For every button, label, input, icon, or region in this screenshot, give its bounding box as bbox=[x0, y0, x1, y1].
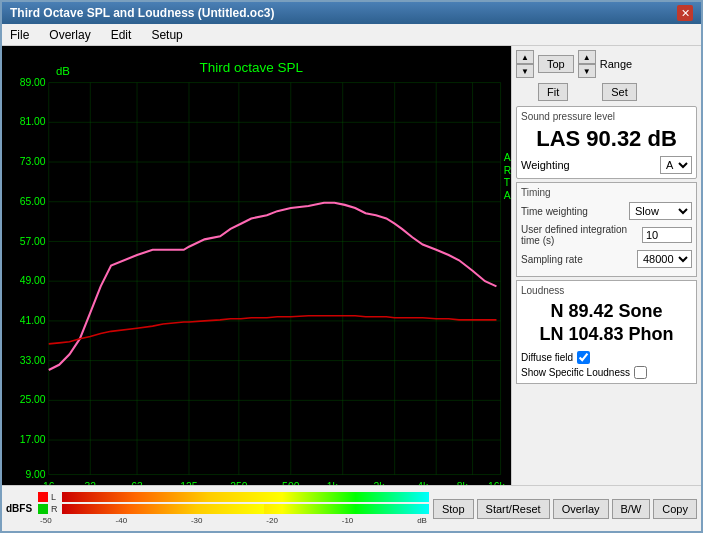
svg-text:63: 63 bbox=[131, 481, 143, 485]
svg-text:500: 500 bbox=[282, 481, 300, 485]
svg-text:dB: dB bbox=[56, 65, 70, 77]
set-button[interactable]: Set bbox=[602, 83, 637, 101]
menu-file[interactable]: File bbox=[6, 26, 33, 44]
integration-label: User defined integration time (s) bbox=[521, 224, 642, 246]
time-weighting-select[interactable]: Fast Slow Impulse bbox=[629, 202, 692, 220]
spl-title: Sound pressure level bbox=[521, 111, 692, 122]
left-meter-bar bbox=[62, 492, 429, 502]
svg-text:16k: 16k bbox=[488, 481, 506, 485]
menu-edit[interactable]: Edit bbox=[107, 26, 136, 44]
top-button[interactable]: Top bbox=[538, 55, 574, 73]
top-arrows: ▲ ▼ bbox=[516, 50, 534, 78]
svg-text:2k: 2k bbox=[374, 481, 386, 485]
loudness-section: Loudness N 89.42 Sone LN 104.83 Phon Dif… bbox=[516, 280, 697, 384]
svg-text:73.00: 73.00 bbox=[20, 156, 46, 167]
top-controls: ▲ ▼ Top ▲ ▼ Range bbox=[516, 50, 697, 78]
right-meter-bar bbox=[62, 504, 429, 514]
menu-overlay[interactable]: Overlay bbox=[45, 26, 94, 44]
weighting-label: Weighting bbox=[521, 159, 570, 171]
time-weighting-row: Time weighting Fast Slow Impulse bbox=[521, 202, 692, 220]
main-window: Third Octave SPL and Loudness (Untitled.… bbox=[0, 0, 703, 533]
range-up-arrow[interactable]: ▲ bbox=[578, 50, 596, 64]
dbfs-label: dBFS bbox=[6, 503, 32, 514]
svg-text:Third octave SPL: Third octave SPL bbox=[200, 60, 304, 75]
left-meter-row: L bbox=[38, 492, 429, 502]
svg-text:17.00: 17.00 bbox=[20, 434, 46, 445]
spl-section: Sound pressure level LAS 90.32 dB Weight… bbox=[516, 106, 697, 179]
svg-text:25.00: 25.00 bbox=[20, 394, 46, 405]
sampling-row: Sampling rate 44100 48000 96000 bbox=[521, 250, 692, 268]
svg-text:T: T bbox=[504, 177, 511, 188]
loudness-title: Loudness bbox=[521, 285, 692, 296]
diffuse-row: Diffuse field bbox=[521, 351, 692, 364]
svg-text:89.00: 89.00 bbox=[20, 77, 46, 88]
svg-text:33.00: 33.00 bbox=[20, 355, 46, 366]
stop-button[interactable]: Stop bbox=[433, 499, 474, 519]
close-button[interactable]: ✕ bbox=[677, 5, 693, 21]
svg-text:8k: 8k bbox=[457, 481, 469, 485]
svg-text:125: 125 bbox=[180, 481, 198, 485]
svg-text:32: 32 bbox=[85, 481, 97, 485]
tick-20: -20 bbox=[266, 516, 278, 525]
show-checkbox[interactable] bbox=[634, 366, 647, 379]
svg-text:4k: 4k bbox=[417, 481, 429, 485]
sampling-label: Sampling rate bbox=[521, 254, 637, 265]
svg-text:A: A bbox=[504, 152, 511, 163]
loudness-value: N 89.42 Sone LN 104.83 Phon bbox=[521, 300, 692, 347]
timing-title: Timing bbox=[521, 187, 692, 198]
spl-value: LAS 90.32 dB bbox=[521, 126, 692, 152]
svg-text:41.00: 41.00 bbox=[20, 315, 46, 326]
left-channel-indicator bbox=[38, 492, 48, 502]
timing-section: Timing Time weighting Fast Slow Impulse … bbox=[516, 182, 697, 277]
sampling-select[interactable]: 44100 48000 96000 bbox=[637, 250, 692, 268]
left-label: L bbox=[51, 492, 59, 502]
svg-text:81.00: 81.00 bbox=[20, 116, 46, 127]
overlay-button[interactable]: Overlay bbox=[553, 499, 609, 519]
menu-setup[interactable]: Setup bbox=[147, 26, 186, 44]
svg-rect-0 bbox=[2, 46, 511, 485]
bw-button[interactable]: B/W bbox=[612, 499, 651, 519]
tick-db: dB bbox=[417, 516, 427, 525]
title-bar: Third Octave SPL and Loudness (Untitled.… bbox=[2, 2, 701, 24]
main-area: 89.00 81.00 73.00 65.00 57.00 49.00 41.0… bbox=[2, 46, 701, 485]
integration-row: User defined integration time (s) 10 bbox=[521, 224, 692, 246]
show-label: Show Specific Loudness bbox=[521, 367, 630, 378]
top-down-arrow[interactable]: ▼ bbox=[516, 64, 534, 78]
top-up-arrow[interactable]: ▲ bbox=[516, 50, 534, 64]
range-down-arrow[interactable]: ▼ bbox=[578, 64, 596, 78]
svg-text:A: A bbox=[504, 190, 511, 201]
meter-container: L R -50 -40 -30 -20 -10 dB bbox=[38, 492, 429, 525]
range-arrows: ▲ ▼ bbox=[578, 50, 596, 78]
diffuse-label: Diffuse field bbox=[521, 352, 573, 363]
svg-text:57.00: 57.00 bbox=[20, 236, 46, 247]
svg-text:250: 250 bbox=[230, 481, 248, 485]
weighting-row: Weighting A B C Z bbox=[521, 156, 692, 174]
tick-30: -30 bbox=[191, 516, 203, 525]
range-label: Range bbox=[600, 58, 632, 70]
chart-svg: 89.00 81.00 73.00 65.00 57.00 49.00 41.0… bbox=[2, 46, 511, 485]
fit-controls: Fit Set bbox=[516, 83, 697, 101]
fit-button[interactable]: Fit bbox=[538, 83, 568, 101]
tick-40: -40 bbox=[116, 516, 128, 525]
diffuse-checkbox[interactable] bbox=[577, 351, 590, 364]
show-row: Show Specific Loudness bbox=[521, 366, 692, 379]
right-label: R bbox=[51, 504, 59, 514]
bottom-bar: dBFS L R -50 -40 -30 -20 -10 bbox=[2, 485, 701, 531]
action-buttons: Stop Start/Reset Overlay B/W Copy bbox=[433, 499, 697, 519]
tick-50: -50 bbox=[40, 516, 52, 525]
window-title: Third Octave SPL and Loudness (Untitled.… bbox=[10, 6, 274, 20]
right-meter-row: R bbox=[38, 504, 429, 514]
svg-text:49.00: 49.00 bbox=[20, 275, 46, 286]
integration-input[interactable]: 10 bbox=[642, 227, 692, 243]
copy-button[interactable]: Copy bbox=[653, 499, 697, 519]
start-reset-button[interactable]: Start/Reset bbox=[477, 499, 550, 519]
svg-text:9.00: 9.00 bbox=[25, 469, 45, 480]
svg-text:16: 16 bbox=[43, 481, 55, 485]
svg-text:R: R bbox=[504, 164, 511, 175]
svg-text:1k: 1k bbox=[327, 481, 339, 485]
svg-text:65.00: 65.00 bbox=[20, 196, 46, 207]
meter-ticks: -50 -40 -30 -20 -10 dB bbox=[38, 516, 429, 525]
loudness-line1: N 89.42 Sone bbox=[521, 300, 692, 323]
weighting-select[interactable]: A B C Z bbox=[660, 156, 692, 174]
chart-area: 89.00 81.00 73.00 65.00 57.00 49.00 41.0… bbox=[2, 46, 511, 485]
